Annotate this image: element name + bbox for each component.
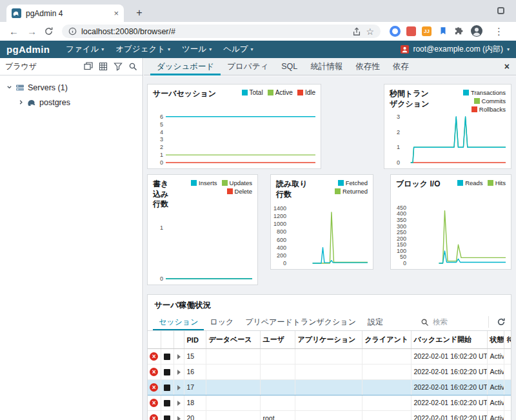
new-tab-button[interactable]: + <box>132 6 146 20</box>
sessions-table-wrap: PID データベース ユーザ アプリケーション クライアント バックエンド開始 … <box>148 331 511 420</box>
grid-icon[interactable] <box>99 62 108 71</box>
tab-properties[interactable]: プロパティ <box>221 58 275 75</box>
extension-red-icon[interactable] <box>406 26 416 36</box>
table-row[interactable]: × 20 root 2022-02-01 16:02:20 UTC Active <box>148 411 511 420</box>
legend-item: Fetched <box>338 179 368 186</box>
cancel-query-icon[interactable] <box>164 415 170 420</box>
menu-help[interactable]: ヘルプ▾ <box>217 41 259 58</box>
menu-file[interactable]: ファイル▾ <box>60 41 110 58</box>
browser-window: pgAdmin 4 × + ← → localhost:20080/browse… <box>0 0 516 420</box>
expand-row-icon[interactable] <box>177 416 181 420</box>
extension-blue-icon[interactable] <box>390 26 401 37</box>
table-row[interactable]: × 16 2022-02-01 16:02:20 UTC Active <box>148 365 511 380</box>
user-menu[interactable]: root@example.com (内部) ▾ <box>401 44 510 55</box>
legend-item: Commits <box>474 97 506 105</box>
svg-text:250: 250 <box>397 229 406 235</box>
cell-pid: 20 <box>184 411 206 420</box>
cell-wait-event <box>504 395 511 411</box>
site-info-icon[interactable] <box>68 27 77 35</box>
cell-pid: 17 <box>184 380 206 395</box>
reload-icon[interactable] <box>44 26 54 36</box>
object-tree: Servers (1) postgres <box>0 75 143 110</box>
col-database: データベース <box>206 331 260 349</box>
table-row[interactable]: × 18 2022-02-01 16:02:20 UTC Active <box>148 395 511 411</box>
cell-wait-event <box>504 411 511 420</box>
search-icon <box>421 318 429 326</box>
tree-item-servers[interactable]: Servers (1) <box>0 80 143 95</box>
chevron-right-icon[interactable] <box>18 99 24 105</box>
browser-menu-icon[interactable]: ⋮ <box>494 22 504 41</box>
svg-text:0: 0 <box>160 159 163 166</box>
menu-tools[interactable]: ツール▾ <box>176 41 217 58</box>
back-icon[interactable]: ← <box>9 22 19 41</box>
expand-row-icon[interactable] <box>177 385 181 390</box>
tab-dependencies[interactable]: 依存性 <box>349 58 386 75</box>
cancel-query-icon[interactable] <box>164 354 170 360</box>
expand-row-icon[interactable] <box>177 354 181 359</box>
cell-pid: 15 <box>184 349 206 365</box>
search-icon[interactable] <box>128 62 137 71</box>
share-icon[interactable] <box>352 27 361 36</box>
svg-text:800: 800 <box>277 228 286 235</box>
bookmark-star-icon[interactable]: ☆ <box>366 27 374 36</box>
chart-canvas: 01 <box>149 207 255 282</box>
window-control-icon[interactable] <box>497 7 504 14</box>
tree-item-label: postgres <box>39 98 70 107</box>
filter-icon[interactable] <box>114 62 123 71</box>
col-terminate <box>148 331 161 349</box>
activity-tab-prepared-transactions[interactable]: プリペアードトランザクション <box>239 314 362 330</box>
url-text[interactable]: localhost:20080/browser/# <box>81 27 348 36</box>
cancel-query-icon[interactable] <box>164 400 170 406</box>
terminate-session-icon[interactable]: × <box>150 352 158 361</box>
legend-label: Active <box>275 89 293 96</box>
tab-dependents[interactable]: 依存 <box>386 58 415 75</box>
activity-search-input[interactable] <box>433 318 478 326</box>
user-label: root@example.com (内部) <box>413 44 503 55</box>
tab-sql[interactable]: SQL <box>275 58 304 75</box>
tree-item-label: Servers (1) <box>28 83 68 92</box>
table-row-selected[interactable]: × 17 2022-02-01 16:02:20 UTC Active <box>148 380 511 395</box>
cell-client <box>362 365 411 380</box>
expand-row-icon[interactable] <box>177 370 181 375</box>
tab-statistics[interactable]: 統計情報 <box>304 58 349 75</box>
tree-item-postgres[interactable]: postgres <box>0 95 143 110</box>
activity-tab-locks[interactable]: ロック <box>204 314 239 330</box>
chevron-down-icon: ▾ <box>101 46 104 52</box>
forward-icon[interactable]: → <box>27 22 37 41</box>
svg-text:1: 1 <box>160 152 163 158</box>
chevron-down-icon[interactable] <box>6 85 12 90</box>
legend-swatch <box>474 98 480 104</box>
terminate-session-icon[interactable]: × <box>150 383 158 392</box>
legend-label: Inserts <box>199 179 217 186</box>
chart-plot: 050100150200250300350400450 <box>392 202 508 266</box>
close-panel-icon[interactable]: × <box>504 61 510 72</box>
col-user: ユーザ <box>260 331 295 349</box>
expand-row-icon[interactable] <box>177 401 181 406</box>
activity-tab-configuration[interactable]: 設定 <box>362 314 389 330</box>
chart-canvas: 0123456 <box>149 110 318 166</box>
terminate-session-icon[interactable]: × <box>150 399 158 407</box>
profile-avatar[interactable] <box>471 25 482 37</box>
extensions-puzzle-icon[interactable] <box>453 26 463 36</box>
refresh-icon[interactable] <box>488 316 506 328</box>
cancel-query-icon[interactable] <box>164 369 170 375</box>
terminate-session-icon[interactable]: × <box>150 414 158 420</box>
tab-close-icon[interactable]: × <box>114 9 119 17</box>
chart-plot: 0123 <box>386 110 508 166</box>
browser-tab[interactable]: pgAdmin 4 × <box>6 5 124 22</box>
tab-dashboard[interactable]: ダッシュボード <box>150 58 221 75</box>
terminate-session-icon[interactable]: × <box>150 368 158 376</box>
cell-state: Active <box>487 365 504 380</box>
panels-icon[interactable] <box>84 62 93 71</box>
svg-text:600: 600 <box>277 237 286 243</box>
chart-plot: 0200400600800100012001400 <box>272 202 370 266</box>
table-row[interactable]: × 15 2022-02-01 16:02:20 UTC Active <box>148 349 511 365</box>
address-bar[interactable]: localhost:20080/browser/# ☆ <box>62 25 381 38</box>
activity-tab-sessions[interactable]: セッション <box>153 314 204 330</box>
cell-pid: 16 <box>184 365 206 380</box>
extension-jj-icon[interactable]: JJ <box>422 26 432 36</box>
cancel-query-icon[interactable] <box>164 385 170 391</box>
reading-list-flag-icon[interactable] <box>439 26 448 35</box>
menu-object[interactable]: オブジェクト▾ <box>110 41 176 58</box>
cell-wait-event <box>504 365 511 380</box>
